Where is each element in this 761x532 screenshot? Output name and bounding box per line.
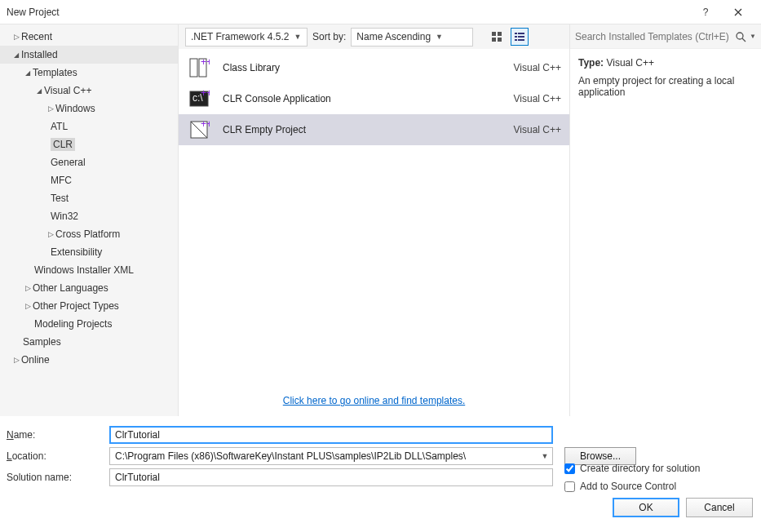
- template-lang: Visual C++: [514, 62, 561, 73]
- chevron-right-icon: [11, 356, 21, 364]
- sidebar-visualcpp[interactable]: Visual C++: [0, 82, 178, 100]
- description-pane: Type: Visual C++ An empty project for cr…: [570, 49, 761, 106]
- sidebar-crossplatform[interactable]: Cross Platform: [0, 225, 178, 243]
- sidebar-wix-label: Windows Installer XML: [34, 264, 134, 276]
- source-control-checkbox[interactable]: Add to Source Control: [564, 477, 752, 495]
- template-name: CLR Console Application: [223, 93, 502, 104]
- sortby-label: Sort by:: [312, 31, 346, 42]
- ok-button[interactable]: OK: [613, 498, 679, 517]
- titlebar: New Project ?: [0, 0, 761, 24]
- sidebar-clr-label: CLR: [51, 138, 75, 151]
- svg-rect-2: [492, 38, 496, 42]
- sidebar-atl[interactable]: ATL: [0, 117, 178, 135]
- sidebar-otherlang-label: Other Languages: [33, 282, 108, 294]
- search-input[interactable]: [575, 31, 732, 42]
- svg-rect-10: [190, 59, 197, 77]
- sidebar-test[interactable]: Test: [0, 189, 178, 207]
- type-value: Visual C++: [606, 57, 653, 69]
- class-library-icon: ++: [187, 55, 211, 80]
- sidebar-mfc[interactable]: MFC: [0, 171, 178, 189]
- chevron-right-icon: [46, 104, 55, 113]
- sidebar-online-label: Online: [21, 354, 50, 366]
- empty-project-icon: ++: [187, 117, 211, 142]
- svg-rect-5: [518, 33, 524, 34]
- solution-name-label: Solution name:: [7, 472, 104, 483]
- name-label: Name:: [7, 429, 104, 441]
- help-button[interactable]: ?: [689, 0, 722, 24]
- create-dir-checkbox[interactable]: Create directory for solution: [564, 459, 752, 477]
- close-button[interactable]: [722, 0, 754, 24]
- svg-rect-7: [518, 36, 524, 38]
- solution-name-input[interactable]: [109, 468, 553, 486]
- chevron-right-icon: [46, 230, 55, 238]
- online-templates-link[interactable]: Click here to go online and find templat…: [179, 395, 569, 416]
- sidebar-recent-label: Recent: [21, 31, 52, 42]
- framework-combo[interactable]: .NET Framework 4.5.2 ▼: [185, 28, 307, 47]
- svg-rect-9: [518, 39, 524, 41]
- grid-icon: [491, 31, 502, 42]
- sidebar-online[interactable]: Online: [0, 351, 178, 369]
- template-list: ++ Class Library Visual C++ c:\++ CLR Co…: [179, 49, 569, 149]
- sidebar-test-label: Test: [51, 193, 69, 204]
- svg-text:++: ++: [201, 119, 210, 130]
- sidebar-otherlang[interactable]: Other Languages: [0, 279, 178, 297]
- sidebar-modeling[interactable]: Modeling Projects: [0, 315, 178, 333]
- cancel-button[interactable]: Cancel: [686, 498, 753, 517]
- template-item-selected[interactable]: ++ CLR Empty Project Visual C++: [179, 114, 569, 145]
- sidebar-templates[interactable]: Templates: [0, 64, 178, 82]
- svg-line-19: [742, 38, 746, 42]
- view-large-icons-button[interactable]: [488, 28, 506, 46]
- window-title: New Project: [7, 7, 689, 18]
- source-control-label: Add to Source Control: [580, 481, 676, 492]
- svg-rect-3: [498, 38, 502, 42]
- sidebar-samples[interactable]: Samples: [0, 333, 178, 351]
- location-combo[interactable]: C:\Program Files (x86)\SoftwareKey\Insta…: [109, 447, 553, 465]
- template-lang: Visual C++: [514, 93, 561, 104]
- sidebar-general[interactable]: General: [0, 153, 178, 171]
- sidebar-modeling-label: Modeling Projects: [34, 318, 112, 330]
- sidebar-windows[interactable]: Windows: [0, 100, 178, 117]
- search-icon[interactable]: [732, 31, 746, 42]
- sidebar-mfc-label: MFC: [51, 175, 72, 186]
- type-label: Type:: [578, 57, 604, 69]
- location-label: Location:: [7, 450, 104, 462]
- chevron-right-icon: [11, 33, 21, 41]
- svg-rect-6: [515, 36, 517, 38]
- template-name: CLR Empty Project: [223, 124, 502, 135]
- location-value: C:\Program Files (x86)\SoftwareKey\Insta…: [115, 450, 538, 462]
- right-panel: ▼ Type: Visual C++ An empty project for …: [569, 24, 761, 416]
- template-item[interactable]: c:\++ CLR Console Application Visual C++: [179, 83, 569, 114]
- sidebar-extensibility-label: Extensibility: [51, 246, 102, 258]
- sortby-value: Name Ascending: [356, 31, 431, 42]
- framework-value: .NET Framework 4.5.2: [191, 31, 289, 42]
- sidebar-windows-label: Windows: [55, 103, 95, 114]
- sidebar-extensibility[interactable]: Extensibility: [0, 243, 178, 261]
- sortby-combo[interactable]: Name Ascending ▼: [351, 28, 473, 47]
- chevron-down-icon: ▼: [538, 452, 552, 460]
- view-list-button[interactable]: [511, 28, 529, 46]
- source-control-check[interactable]: [564, 481, 575, 492]
- sidebar-installed[interactable]: Installed: [0, 46, 178, 64]
- dialog-buttons: OK Cancel: [0, 493, 761, 525]
- name-input[interactable]: [109, 426, 553, 444]
- search-dropdown-icon[interactable]: ▼: [746, 33, 756, 40]
- bottom-form: Name: Location: C:\Program Files (x86)\S…: [0, 416, 761, 493]
- chevron-down-icon: [11, 51, 21, 59]
- list-icon: [514, 31, 525, 42]
- create-dir-label: Create directory for solution: [580, 463, 700, 474]
- chevron-down-icon: ▼: [436, 33, 443, 41]
- sidebar-win32[interactable]: Win32: [0, 207, 178, 225]
- sidebar-wix[interactable]: Windows Installer XML: [0, 261, 178, 279]
- svg-text:++: ++: [201, 57, 210, 68]
- sidebar-templates-label: Templates: [33, 67, 77, 78]
- sidebar-clr[interactable]: CLR: [0, 135, 178, 153]
- template-lang: Visual C++: [514, 124, 561, 135]
- template-item[interactable]: ++ Class Library Visual C++: [179, 52, 569, 83]
- svg-rect-0: [492, 32, 496, 36]
- sidebar-recent[interactable]: Recent: [0, 28, 178, 46]
- search-bar: ▼: [570, 24, 761, 49]
- create-dir-check[interactable]: [564, 463, 575, 474]
- center-panel: .NET Framework 4.5.2 ▼ Sort by: Name Asc…: [179, 24, 569, 416]
- sidebar-installed-label: Installed: [21, 49, 58, 60]
- sidebar-otherproj[interactable]: Other Project Types: [0, 297, 178, 315]
